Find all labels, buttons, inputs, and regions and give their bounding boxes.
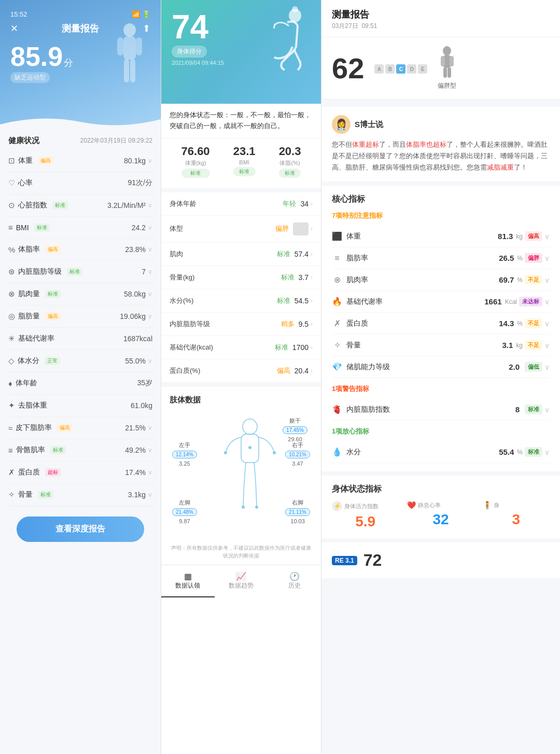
- indicator-chevron-icon: ∨: [544, 406, 550, 414]
- tab-item[interactable]: 🕐历史: [268, 565, 321, 597]
- status-icons: 📶 🔋: [132, 10, 150, 18]
- metric-row[interactable]: ≡ BMI 标准 24.2 ∨: [8, 217, 152, 239]
- score-value: 85.9: [10, 41, 63, 72]
- indicator-tag: 偏低: [525, 362, 542, 372]
- tab-item[interactable]: ▦数据认领: [161, 565, 215, 597]
- detail-row[interactable]: 水分(%) 标准 54.5 ›: [161, 289, 321, 313]
- indicator-chevron-icon: ∨: [544, 341, 550, 350]
- metric-value: 24.2: [132, 224, 146, 232]
- page-title: 测量报告: [62, 22, 99, 35]
- indicator-value: 14.3: [499, 319, 514, 328]
- right-arm-label: 右手 10.21% 3.47: [285, 440, 310, 468]
- body-type-label: 偏胖型: [438, 81, 456, 90]
- detail-row[interactable]: 骨量(kg) 标准 3.7 ›: [161, 266, 321, 289]
- metric-icon: ♦: [8, 379, 12, 388]
- detail-row[interactable]: 肌肉 标准 57.4 ›: [161, 243, 321, 266]
- metric-left: ⊙ 心脏指数 标准: [8, 201, 68, 210]
- indicator-row[interactable]: ✧ 骨量 3.1 kg 不足 ∨: [332, 334, 550, 356]
- metric-row[interactable]: ⊡ 体重 偏高 80.1kg ∨: [8, 150, 152, 172]
- metric-row[interactable]: ≈ 皮下脂肪率 偏高 21.5% ∨: [8, 417, 152, 439]
- metric-row[interactable]: ✳ 基础代谢率 1687kcal: [8, 328, 152, 350]
- indicator-row[interactable]: 🫀 内脏脂肪指数 8 标准 ∨: [332, 399, 550, 421]
- vitality-label: 身体活力指数: [344, 502, 379, 510]
- indicator-row[interactable]: 💎 储肌能力等级 2.0 偏低 ∨: [332, 356, 550, 378]
- detail-chevron-icon: ›: [311, 200, 313, 207]
- metric-row[interactable]: ◇ 体水分 正常 55.0% ∨: [8, 350, 152, 372]
- metric-left: ♦ 体年龄: [8, 379, 37, 388]
- indicator-left: 🔥 基础代谢率: [332, 297, 383, 306]
- metric-tag: 偏高: [38, 157, 53, 165]
- indicator-row[interactable]: ✗ 蛋白质 14.3 % 不足 ∨: [332, 313, 550, 334]
- resting-hr-metric: ❤️ 静息心率 32: [407, 501, 474, 530]
- indicator-name: 内脏脂肪指数: [346, 405, 390, 414]
- indicator-value: 3.1: [502, 341, 513, 350]
- tab-item[interactable]: 📈数据趋势: [215, 565, 268, 597]
- metric-row[interactable]: ♡ 心率 91次/分: [8, 172, 152, 194]
- svg-point-13: [255, 506, 258, 509]
- indicator-unit: kg: [516, 342, 523, 349]
- detail-row[interactable]: 内脏脂肪等级 稍多 9.5 ›: [161, 313, 321, 336]
- disclaimer-text: 声明：所有数据仅供参考，不建议以此数据作为医疗或者健康状况的判断依据: [161, 539, 321, 565]
- indicator-tag: 偏高: [525, 231, 542, 241]
- metric-row[interactable]: ♦ 体年龄 35岁: [8, 372, 152, 395]
- indicator-right: 26.5 % 偏胖 ∨: [499, 253, 550, 263]
- main-metric-tag: 标准: [181, 169, 210, 178]
- metric-icon: ⊙: [8, 201, 15, 210]
- detail-status: 标准: [277, 249, 290, 259]
- metric-row[interactable]: ⊛ 内脏脂肪等级 标准 7 ∨: [8, 261, 152, 283]
- metric-row[interactable]: % 体脂率 偏高 23.8% ∨: [8, 239, 152, 261]
- indicator-right: 81.3 kg 偏高 ∨: [498, 231, 550, 241]
- svg-point-12: [242, 506, 245, 509]
- indicator-unit: kg: [516, 233, 523, 240]
- metric-icon: ✧: [8, 490, 15, 499]
- detail-row[interactable]: 体型 偏胖 ›: [161, 216, 321, 243]
- tab-label: 历史: [288, 582, 301, 589]
- svg-point-7: [292, 6, 298, 12]
- metric-row[interactable]: ⊗ 肌肉量 标准 58.0kg ∨: [8, 283, 152, 305]
- indicator-row[interactable]: ≡ 脂肪率 26.5 % 偏胖 ∨: [332, 247, 550, 269]
- metric-right: 61.0kg: [131, 401, 152, 410]
- metric-row[interactable]: ✦ 去脂体重 61.0kg: [8, 395, 152, 417]
- deep-report-button[interactable]: 查看深度报告: [17, 516, 144, 542]
- metric-right: 23.8% ∨: [125, 245, 152, 254]
- indicator-right: 55.4 % 标准 ∨: [499, 447, 550, 457]
- indicator-icon: 🫀: [332, 404, 342, 414]
- health-section-header: 健康状况 2022年03月19日 09:29:22: [0, 130, 161, 150]
- indicator-name: 肌肉率: [346, 275, 368, 285]
- tab-icon: ▦: [161, 571, 215, 581]
- metric-icon: ◎: [8, 312, 15, 321]
- indicator-chevron-icon: ∨: [544, 232, 550, 241]
- svg-point-8: [243, 419, 257, 435]
- metric-tag: 标准: [38, 491, 53, 499]
- metric-value: 35岁: [137, 379, 152, 388]
- metric-value: 19.06kg: [120, 312, 146, 320]
- detail-chevron-icon: ›: [311, 344, 313, 351]
- back-button[interactable]: ✕: [10, 23, 18, 34]
- doctor-avatar: 👩‍⚕️: [332, 115, 351, 134]
- score-type-label: 缺乏运动型: [10, 72, 50, 83]
- detail-row[interactable]: 基础代谢(kcal) 标准 1700 ›: [161, 336, 321, 359]
- indicator-right: 2.0 偏低 ∨: [509, 362, 550, 372]
- metric-right: 19.06kg ∨: [120, 312, 152, 320]
- body-state-section: 身体状态指标 ⚡ 身体活力指数 5.9 ❤️ 静息心率 32 🧍 身: [321, 476, 560, 538]
- metric-tag: 标准: [52, 201, 68, 210]
- indicator-left: ⊗ 肌肉率: [332, 275, 368, 285]
- left-arm-label: 左手 12.14% 3.25: [172, 440, 197, 468]
- metric-value: 7: [142, 268, 146, 276]
- detail-row[interactable]: 蛋白质(%) 偏高 20.4 ›: [161, 359, 321, 383]
- indicator-row[interactable]: ⊗ 肌肉率 69.7 % 不足 ∨: [332, 269, 550, 291]
- indicator-row[interactable]: 🔥 基础代谢率 1661 Kcal 未达标 ∨: [332, 291, 550, 313]
- detail-status: 年轻: [283, 199, 296, 208]
- detail-row[interactable]: 身体年龄 年轻 34 ›: [161, 192, 321, 216]
- indicator-right: 69.7 % 不足 ∨: [499, 275, 550, 285]
- indicator-row[interactable]: 💧 水分 55.4 % 标准 ∨: [332, 441, 550, 463]
- metric-row[interactable]: ✗ 蛋白质 超标 17.4% ∨: [8, 462, 152, 484]
- metric-value: 55.0%: [125, 357, 146, 365]
- metric-row[interactable]: ✧ 骨量 标准 3.1kg ∨: [8, 484, 152, 506]
- metric-row[interactable]: ≡ 骨骼肌率 标准 49.2% ∨: [8, 439, 152, 462]
- metric-row[interactable]: ◎ 脂肪量 偏高 19.06kg ∨: [8, 305, 152, 328]
- body-desc-text: 您的身体状态一般：一般，不一般，最怕一般，突破自己的一般，成就不一般的自己。: [170, 111, 311, 130]
- abc-item: B: [385, 64, 395, 74]
- metric-row[interactable]: ⊙ 心脏指数 标准 3.2L/Min/M² ∨: [8, 194, 152, 217]
- indicator-row[interactable]: ⬛ 体重 81.3 kg 偏高 ∨: [332, 226, 550, 247]
